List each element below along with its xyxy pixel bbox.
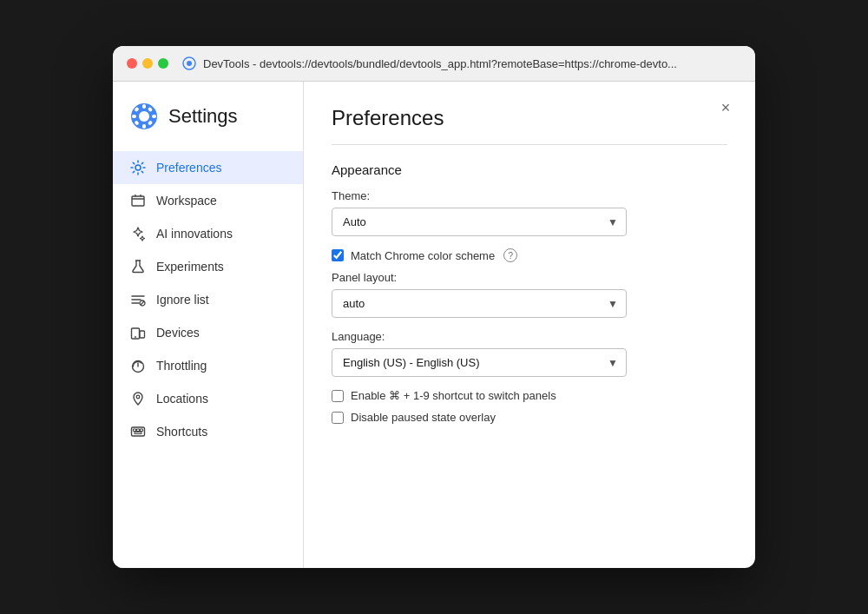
traffic-lights: [127, 58, 168, 69]
sidebar: Settings Preferences: [113, 82, 304, 568]
maximize-traffic-light[interactable]: [158, 58, 168, 69]
sidebar-item-experiments[interactable]: Experiments: [113, 250, 303, 283]
settings-logo-icon: [130, 102, 158, 130]
sidebar-item-ai-innovations[interactable]: AI innovations: [113, 217, 303, 250]
svg-point-3: [139, 111, 149, 122]
shortcut-checkbox[interactable]: [332, 390, 344, 402]
ignore-list-icon: [130, 292, 146, 307]
svg-rect-22: [141, 429, 143, 432]
language-label: Language:: [332, 330, 727, 343]
devtools-window: DevTools - devtools://devtools/bundled/d…: [113, 46, 755, 568]
sidebar-item-preferences-label: Preferences: [156, 161, 221, 175]
panel-layout-label: Panel layout:: [332, 271, 727, 284]
paused-overlay-checkbox[interactable]: [332, 412, 344, 424]
svg-rect-21: [137, 429, 140, 432]
title-bar: DevTools - devtools://devtools/bundled/d…: [113, 46, 755, 82]
sidebar-item-experiments-label: Experiments: [156, 260, 224, 274]
close-traffic-light[interactable]: [127, 58, 137, 69]
shortcut-label: Enable ⌘ + 1-9 shortcut to switch panels: [351, 389, 556, 402]
sidebar-item-devices-label: Devices: [156, 326, 200, 340]
svg-rect-4: [142, 104, 146, 109]
page-title-divider: [332, 144, 727, 145]
svg-rect-16: [140, 331, 145, 338]
throttling-icon: [130, 358, 146, 373]
sidebar-item-shortcuts-label: Shortcuts: [156, 425, 207, 439]
sidebar-item-preferences[interactable]: Preferences: [113, 151, 303, 184]
sidebar-item-shortcuts[interactable]: Shortcuts: [113, 415, 303, 448]
svg-rect-5: [142, 124, 146, 129]
close-button[interactable]: ×: [713, 96, 738, 120]
svg-rect-6: [132, 115, 136, 118]
window-body: Settings Preferences: [113, 82, 755, 568]
match-color-scheme-help-icon[interactable]: ?: [503, 248, 517, 262]
language-select-wrapper: English (US) - English (US) ▼: [332, 348, 627, 377]
paused-overlay-label: Disable paused state overlay: [351, 411, 496, 424]
sidebar-item-workspace[interactable]: Workspace: [113, 184, 303, 217]
experiments-icon: [130, 259, 146, 274]
svg-rect-20: [134, 429, 136, 432]
svg-point-1: [187, 61, 192, 66]
theme-select[interactable]: Auto Light Dark: [332, 208, 627, 236]
devices-icon: [130, 325, 146, 340]
sidebar-item-ai-innovations-label: AI innovations: [156, 227, 233, 241]
match-color-scheme-label: Match Chrome color scheme: [351, 249, 495, 262]
workspace-icon: [130, 193, 146, 208]
minimize-traffic-light[interactable]: [142, 58, 153, 69]
page-title: Preferences: [332, 106, 727, 130]
svg-rect-23: [135, 432, 141, 434]
devtools-favicon-icon: [182, 56, 196, 70]
sidebar-item-throttling[interactable]: Throttling: [113, 349, 303, 382]
panel-layout-select[interactable]: auto horizontal vertical: [332, 289, 627, 318]
panel-layout-select-wrapper: auto horizontal vertical ▼: [332, 289, 627, 318]
sidebar-item-devices[interactable]: Devices: [113, 316, 303, 349]
preferences-icon: [130, 160, 146, 175]
ai-innovations-icon: [130, 226, 146, 241]
svg-point-12: [135, 165, 141, 170]
sidebar-item-workspace-label: Workspace: [156, 194, 217, 208]
sidebar-header: Settings: [113, 102, 303, 151]
svg-point-18: [136, 395, 140, 399]
title-bar-text: DevTools - devtools://devtools/bundled/d…: [203, 57, 741, 70]
svg-rect-13: [132, 196, 144, 206]
theme-label: Theme:: [332, 189, 727, 202]
main-content: × Preferences Appearance Theme: Auto Lig…: [304, 82, 755, 568]
shortcut-row: Enable ⌘ + 1-9 shortcut to switch panels: [332, 389, 727, 402]
sidebar-item-throttling-label: Throttling: [156, 359, 207, 373]
sidebar-item-locations[interactable]: Locations: [113, 382, 303, 415]
appearance-section-title: Appearance: [332, 162, 727, 177]
locations-icon: [130, 391, 146, 406]
sidebar-item-ignore-list-label: Ignore list: [156, 293, 209, 307]
sidebar-item-ignore-list[interactable]: Ignore list: [113, 283, 303, 316]
shortcuts-icon: [130, 424, 146, 439]
match-color-scheme-row: Match Chrome color scheme ?: [332, 248, 727, 262]
sidebar-item-locations-label: Locations: [156, 392, 208, 406]
theme-select-wrapper: Auto Light Dark ▼: [332, 208, 627, 236]
svg-rect-7: [152, 115, 156, 118]
paused-overlay-row: Disable paused state overlay: [332, 411, 727, 424]
language-select[interactable]: English (US) - English (US): [332, 348, 627, 377]
settings-title: Settings: [168, 105, 238, 128]
match-color-scheme-checkbox[interactable]: [332, 249, 344, 261]
